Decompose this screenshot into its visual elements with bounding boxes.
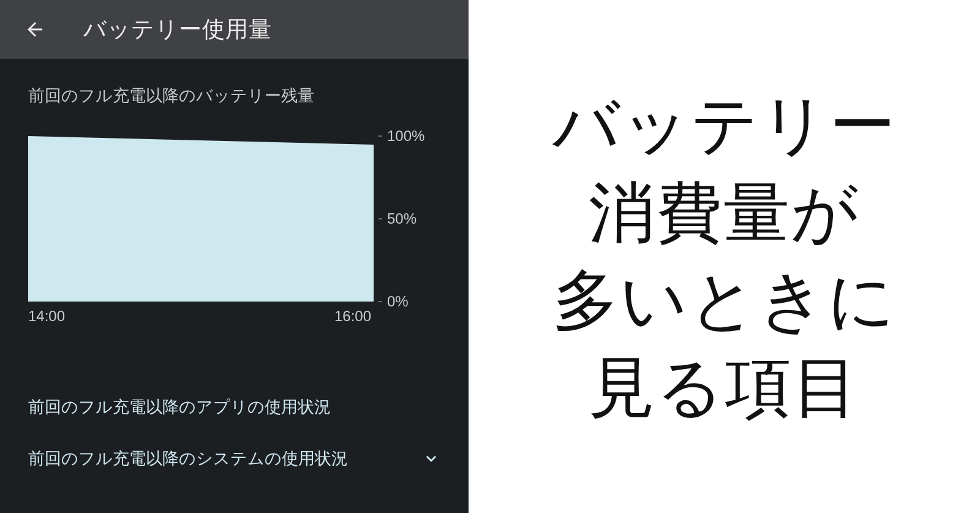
- chart-caption: 前回のフル充電以降のバッテリー残量: [28, 85, 440, 107]
- chart-plot-area: [28, 136, 374, 302]
- x-axis-label-end: 16:00: [334, 308, 371, 325]
- list-item-label: 前回のフル充電以降のシステムの使用状況: [28, 447, 348, 469]
- page-title: バッテリー使用量: [83, 14, 272, 45]
- svg-marker-0: [28, 136, 374, 302]
- arrow-left-icon: [24, 18, 46, 40]
- x-axis-label-start: 14:00: [28, 308, 65, 325]
- battery-chart: 100% 50% 0% 14:00 16:00: [28, 136, 440, 320]
- list-item-app-usage[interactable]: 前回のフル充電以降のアプリの使用状況: [28, 381, 440, 433]
- list-item-system-usage[interactable]: 前回のフル充電以降のシステムの使用状況: [28, 433, 440, 484]
- annotation-text: バッテリー 消費量が 多いときに 見る項目: [552, 82, 897, 431]
- annotation-line: バッテリー: [552, 88, 897, 162]
- content-area: 前回のフル充電以降のバッテリー残量 100% 50% 0% 14:00 16:0…: [0, 59, 469, 513]
- y-tick: [379, 301, 382, 302]
- usage-list: 前回のフル充電以降のアプリの使用状況 前回のフル充電以降のシステムの使用状況: [28, 381, 440, 484]
- app-header: バッテリー使用量: [0, 0, 469, 59]
- annotation-panel: バッテリー 消費量が 多いときに 見る項目: [469, 0, 980, 513]
- y-tick: [379, 218, 382, 219]
- settings-screen: バッテリー使用量 前回のフル充電以降のバッテリー残量 100% 50% 0% 1…: [0, 0, 469, 513]
- chevron-down-icon: [422, 449, 440, 468]
- y-tick: [379, 135, 382, 137]
- back-button[interactable]: [23, 18, 47, 41]
- annotation-line: 見る項目: [589, 350, 860, 424]
- annotation-line: 多いときに: [552, 263, 897, 337]
- chart-area-fill: [28, 136, 374, 302]
- annotation-line: 消費量が: [589, 175, 860, 249]
- y-axis-label-100: 100%: [387, 127, 424, 145]
- y-axis-label-50: 50%: [387, 210, 417, 227]
- list-item-label: 前回のフル充電以降のアプリの使用状況: [28, 396, 331, 418]
- y-axis-label-0: 0%: [387, 293, 409, 310]
